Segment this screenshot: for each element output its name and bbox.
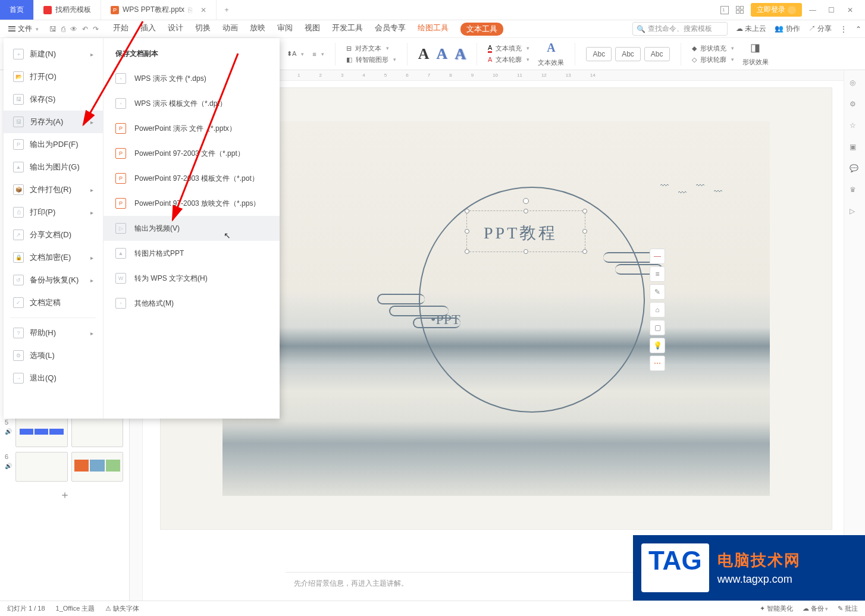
fmr-video[interactable]: ▷输出为视频(V) <box>104 216 280 241</box>
menu-design[interactable]: 设计 <box>168 23 183 36</box>
save-icon[interactable]: 🖫 <box>49 25 57 33</box>
rs-badge-icon[interactable]: ♛ <box>850 186 860 196</box>
ft-bulb[interactable]: 💡 <box>650 338 665 353</box>
minimize-icon[interactable]: — <box>809 6 821 14</box>
ft-delete[interactable]: — <box>650 249 665 264</box>
fm-help[interactable]: ?帮助(H)▸ <box>4 322 103 344</box>
redo-icon[interactable]: ↷ <box>93 25 99 33</box>
ft-more[interactable]: ⋯ <box>650 356 665 371</box>
fmr-pps[interactable]: PPowerPoint 97-2003 放映文件（*.pps） <box>104 191 280 216</box>
more-icon[interactable]: ⋮ <box>840 25 847 33</box>
rs-compass-icon[interactable]: ◎ <box>850 78 860 89</box>
share-button[interactable]: ↗ 分享 <box>808 24 832 34</box>
style-a3[interactable]: A <box>455 45 466 63</box>
menu-member[interactable]: 会员专享 <box>375 23 406 36</box>
print-icon[interactable]: ⎙ <box>61 25 65 33</box>
collapse-icon[interactable]: ⌃ <box>855 25 861 33</box>
menu-review[interactable]: 审阅 <box>277 23 293 36</box>
rotate-handle[interactable] <box>523 198 529 204</box>
fm-final[interactable]: ✓文档定稿 <box>4 291 103 314</box>
tab-document[interactable]: P WPS PPT教程.pptx ⎘ ✕ <box>101 0 217 20</box>
collab-button[interactable]: 👥 协作 <box>775 24 800 34</box>
fmr-towps[interactable]: W转为 WPS 文字文档(H) <box>104 266 280 291</box>
abc-1[interactable]: Abc <box>586 47 612 61</box>
shape-effects[interactable]: ◨形状效果 <box>742 41 769 67</box>
style-a2[interactable]: A <box>437 45 448 63</box>
resize-handle[interactable] <box>465 209 469 213</box>
resize-handle[interactable] <box>465 249 469 254</box>
add-tab-button[interactable]: ＋ <box>217 0 237 20</box>
close-icon[interactable]: ✕ <box>200 6 206 14</box>
fm-new[interactable]: ＋新建(N)▸ <box>4 43 103 65</box>
rs-star-icon[interactable]: ☆ <box>850 121 860 132</box>
text-direction[interactable]: ⬍A▾ <box>287 50 304 58</box>
title-textbox[interactable]: PPT教程 <box>466 210 585 252</box>
status-theme[interactable]: 1_Office 主题 <box>56 604 95 613</box>
rs-settings-icon[interactable]: ⚙ <box>850 100 860 111</box>
pin-icon[interactable]: ⎘ <box>188 6 192 14</box>
text-fill[interactable]: A文本填充▾ <box>488 44 529 53</box>
layout2-icon[interactable] <box>736 6 744 14</box>
layout1-icon[interactable]: 1 <box>720 6 729 14</box>
slide-subtitle[interactable]: •PPT <box>431 312 460 328</box>
abc-3[interactable]: Abc <box>644 47 670 61</box>
status-backup[interactable]: ☁ 备份▾ <box>803 604 828 613</box>
ft-box[interactable]: ▢ <box>650 320 665 335</box>
status-missfont[interactable]: ⚠ 缺失字体 <box>105 604 139 613</box>
fm-open[interactable]: 📂打开(O) <box>4 65 103 88</box>
ft-brush[interactable]: ✎ <box>650 284 665 300</box>
file-button[interactable]: 文件 ▾ <box>4 22 43 36</box>
thumb-6b[interactable] <box>71 452 124 482</box>
resize-handle[interactable] <box>524 209 528 213</box>
text-effects[interactable]: A文本效果 <box>538 41 564 67</box>
fmr-pot[interactable]: PPowerPoint 97-2003 模板文件（*.pot） <box>104 166 280 191</box>
thumb-row-6[interactable]: 6 🔊 <box>0 450 129 484</box>
menu-transition[interactable]: 切换 <box>195 23 211 36</box>
fm-saveas[interactable]: 🖫另存为(A)▸ <box>4 111 103 133</box>
rs-comment-icon[interactable]: 💬 <box>850 164 860 175</box>
fm-img[interactable]: ▲输出为图片(G) <box>4 156 103 178</box>
thumb-row-5[interactable]: 5 🔊 <box>0 415 129 450</box>
fm-print[interactable]: ⎙打印(P)▸ <box>4 201 103 224</box>
fm-options[interactable]: ⚙选项(L) <box>4 344 103 367</box>
tab-template[interactable]: 找稻壳模板 <box>34 0 101 20</box>
login-button[interactable]: 立即登录 <box>751 3 802 17</box>
fmr-dpt[interactable]: ▫WPS 演示 模板文件（*.dpt） <box>104 91 280 116</box>
fmr-pptx[interactable]: PPowerPoint 演示 文件（*.pptx） <box>104 116 280 141</box>
shape-outline[interactable]: ◇形状轮廓▾ <box>692 55 734 64</box>
fm-backup[interactable]: ↺备份与恢复(K)▸ <box>4 269 103 291</box>
thumb-5a[interactable] <box>15 417 68 447</box>
text-styles[interactable]: A A A <box>418 45 466 63</box>
fmr-toimg[interactable]: ▲转图片格式PPT <box>104 241 280 266</box>
window-close-icon[interactable]: ✕ <box>847 6 859 14</box>
resize-handle[interactable] <box>582 229 587 234</box>
ft-layers[interactable]: ≡ <box>650 266 665 282</box>
status-beautify[interactable]: ✦ 智能美化 <box>760 604 793 613</box>
menu-insert[interactable]: 插入 <box>140 23 156 36</box>
add-slide-button[interactable]: ＋ <box>0 484 129 505</box>
resize-handle[interactable] <box>582 249 587 254</box>
slide-canvas[interactable]: 〰 〰 〰 〰 PPT教程 <box>222 121 770 496</box>
preview-icon[interactable]: 👁 <box>70 25 77 33</box>
ft-home[interactable]: ⌂ <box>650 302 665 318</box>
menu-slideshow[interactable]: 放映 <box>250 23 265 36</box>
thumb-6a[interactable] <box>15 452 68 482</box>
fm-save[interactable]: 🖫保存(S) <box>4 88 103 111</box>
menu-drawing[interactable]: 绘图工具 <box>418 23 449 36</box>
fmr-other[interactable]: ▫其他格式(M) <box>104 291 280 316</box>
search-input[interactable]: 🔍查找命令、搜索模板 <box>632 22 728 36</box>
rs-play-icon[interactable]: ▷ <box>850 207 860 218</box>
smart-graphic[interactable]: ◧转智能图形▾ <box>346 55 396 64</box>
style-a1[interactable]: A <box>418 45 430 63</box>
tab-home[interactable]: 首页 <box>0 0 34 20</box>
resize-handle[interactable] <box>465 229 469 234</box>
slide-title-text[interactable]: PPT教程 <box>467 211 585 244</box>
resize-handle[interactable] <box>524 249 528 254</box>
status-annotate[interactable]: ✎ 批注 <box>838 604 858 613</box>
fm-encrypt[interactable]: 🔒文档加密(E)▸ <box>4 246 103 269</box>
maximize-icon[interactable]: ☐ <box>828 6 840 14</box>
cloud-status[interactable]: ☁ 未上云 <box>736 24 766 34</box>
menu-devtools[interactable]: 开发工具 <box>332 23 363 36</box>
menu-view[interactable]: 视图 <box>305 23 320 36</box>
menu-animation[interactable]: 动画 <box>222 23 238 36</box>
